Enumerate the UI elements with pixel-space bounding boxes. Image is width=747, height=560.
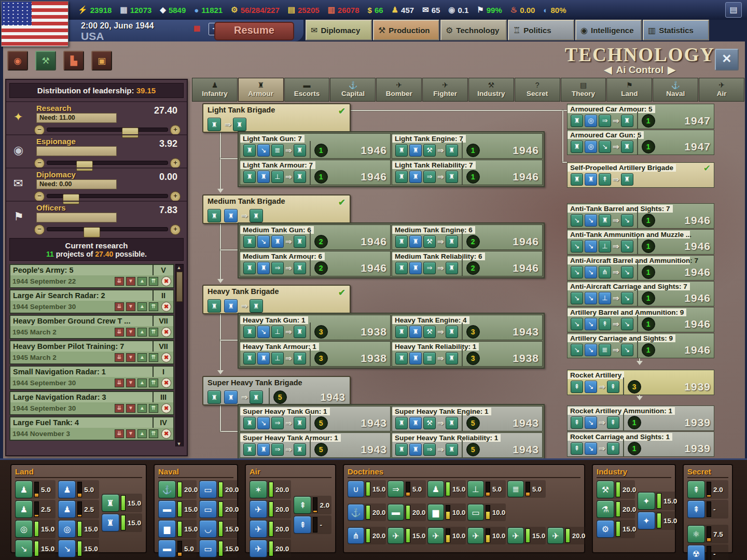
tech-level-item[interactable]: ⚓20.0 [348,503,386,521]
tech-level-item[interactable]: ⚛7.5 [687,525,728,543]
tab-production[interactable]: ⚒ Production [373,20,439,40]
move-top-button[interactable]: ⇈ [149,277,158,286]
tech-tab-fighter[interactable]: ✈ Fighter [422,78,468,102]
tech-level-item[interactable]: ⋔20.0 [348,527,386,544]
tech-level-item[interactable]: ≣5.0 [507,480,546,498]
tech-level-item[interactable]: ✈20.0 [250,520,291,538]
tech-tab-armour[interactable]: ♜ Armour [238,78,284,102]
move-top-button[interactable]: ⇈ [149,429,158,438]
tech-item[interactable]: Rocket Artillery ⇞↘ ⇒ ⇞ 3 1939 [567,370,714,395]
tech-level-item[interactable]: ✈10.0 [467,527,506,544]
tech-level-item[interactable]: ♜15.0 [102,494,142,512]
supplies-button[interactable]: ▣ [91,51,112,71]
tech-level-item[interactable]: ✶20.0 [250,480,291,499]
tech-item[interactable]: Light Tank Engine: 7 ♜♜⚒ ⇒ ♜ 1 1946 [392,133,543,159]
move-bottom-button[interactable]: ⇊ [115,328,124,337]
production-chart-button[interactable]: ▙ [63,51,84,71]
move-bottom-button[interactable]: ⇊ [115,379,124,387]
leadership-slider[interactable]: − + [36,158,178,166]
move-up-button[interactable]: ▲ [137,328,147,337]
tech-item[interactable]: Medium Tank Armour: 6 ♜♜⇒ ⇒ ♜ 2 1946 [240,251,391,276]
tech-item[interactable]: Light Tank Reliability: 7 ♜♜⇒ ⇒ ♜ 1 1946 [392,160,543,185]
tech-level-item[interactable]: ↘15.0 [15,539,56,558]
tab-politics[interactable]: ♖ Politics [508,20,574,40]
tech-item[interactable]: Heavy Tank Gun: 1 ♜↘⊥ ⇒ ♜ 3 1938 [240,315,391,340]
tech-level-item[interactable]: ▆15.0 [158,520,197,538]
tech-tab-secret[interactable]: ? Secret [515,78,560,102]
tech-level-item[interactable]: ♟5.0 [15,480,56,499]
tech-tab-infantry[interactable]: ♟ Infantry [192,78,238,102]
tech-item[interactable]: Super Heavy Tank Engine: 1 ♜♜⚒ ⇒ ♜ 5 194… [392,406,543,431]
move-down-button[interactable]: ▼ [126,429,135,438]
tech-item[interactable]: Self-Propelled Artillery Brigade✔ ♜♜↟ ⇒ … [567,162,714,188]
tech-item[interactable]: Heavy Tank Engine: 4 ♜♜⚒ ⇒ ♜ 3 1943 [392,315,543,340]
cancel-research-button[interactable]: ✖ [161,353,171,362]
tech-level-item[interactable]: ⚓20.0 [158,480,197,499]
move-top-button[interactable]: ⇈ [149,404,158,413]
move-up-button[interactable]: ▲ [137,353,147,362]
tech-item[interactable]: Super Heavy Tank Gun: 1 ♜↘⇒ ⇒ ♜ 5 1943 [240,406,391,431]
tech-brigade-box[interactable]: Light Tank Brigade✔ ♜ ⇒ ♜ [202,103,351,133]
cancel-research-button[interactable]: ✖ [161,429,171,439]
tech-level-item[interactable]: ∪15.0 [348,480,386,498]
move-down-button[interactable]: ▼ [126,404,135,413]
tech-item[interactable]: Light Tank Gun: 7 ♜↘≣ ⇒ ♜ 1 1946 [240,133,391,159]
tech-item[interactable]: Heavy Tank Reliability: 1 ♜♜≣ ⇒ ♜ 3 1938 [392,341,543,367]
scroll-down-arrow[interactable]: ▼ [176,441,182,446]
tech-tab-escorts[interactable]: ▬ Escorts [284,78,330,102]
resume-button[interactable]: Resume [214,22,294,40]
trade-button[interactable]: ⚒ [35,51,56,71]
tech-level-item[interactable]: ⇒5.0 [388,480,426,498]
cancel-research-button[interactable]: ✖ [161,327,171,337]
tech-tab-air[interactable]: ✈ Air [699,78,744,102]
tech-brigade-box[interactable]: Super Heavy Tank Brigade ♜♜ ⇒ ♜ 5 1943 [202,376,351,405]
tech-level-item[interactable]: ✈20.0 [250,539,291,558]
tech-item[interactable]: Anti-Tank Ammunition and Muzzle ... ↘↘⊥ … [567,229,714,255]
tech-level-item[interactable]: ⚒20.0 [597,480,635,499]
research-item[interactable]: Heavy Bomber Pilot Training: 7 VII 1945 … [9,340,174,365]
tech-level-item[interactable]: ♟5.0 [58,480,99,499]
tech-level-item[interactable]: ♟2.5 [15,500,56,519]
slider-minus-button[interactable]: − [34,158,45,169]
tech-item[interactable]: Medium Tank Engine: 6 ♜♜⚒ ⇒ ♜ 2 1946 [392,225,543,250]
research-item[interactable]: Large Air Search Radar: 2 II 1944 Septem… [9,289,174,314]
tech-level-item[interactable]: ◡15.0 [199,520,238,538]
tab-technology[interactable]: ⚙ Technology [440,20,507,40]
cancel-research-button[interactable]: ✖ [161,276,171,286]
move-up-button[interactable]: ▲ [137,429,147,438]
cancel-research-button[interactable]: ✖ [161,403,171,413]
move-bottom-button[interactable]: ⇊ [115,277,124,286]
tech-level-item[interactable]: ✈10.0 [427,527,466,544]
move-up-button[interactable]: ▲ [137,379,147,387]
tech-level-item[interactable]: ▭20.0 [199,480,238,499]
slider-handle[interactable] [84,227,100,237]
close-button[interactable]: ✕ [715,49,739,71]
tech-item[interactable]: Artillery Carriage and Sights: 9 ↘↘≣ ⇒ ↘… [567,333,714,358]
research-item[interactable]: Small Navigation Radar: 1 I 1944 Septemb… [9,366,174,390]
broadcast-button[interactable]: ◉ [7,51,28,71]
move-up-button[interactable]: ▲ [137,277,147,286]
research-scrollbar[interactable]: ▲ ▼ [175,264,184,446]
tech-tab-naval[interactable]: ⚓ Naval [653,78,698,102]
tech-level-item[interactable]: ⇞2.0 [687,480,728,499]
cancel-research-button[interactable]: ✖ [161,302,171,312]
tech-level-item[interactable]: ✈15.0 [388,527,426,544]
tech-level-item[interactable]: ✈20.0 [250,500,291,519]
tech-item[interactable]: Medium Tank Gun: 6 ♜↘♜ ⇒ ♜ 2 1946 [240,225,391,250]
slider-plus-button[interactable]: + [170,191,181,202]
scroll-handle[interactable] [176,272,183,302]
slider-minus-button[interactable]: − [34,125,45,135]
slider-track[interactable] [47,128,168,132]
tech-level-item[interactable]: ♟2.5 [58,500,99,519]
move-top-button[interactable]: ⇈ [149,379,158,387]
move-down-button[interactable]: ▼ [126,328,135,337]
move-down-button[interactable]: ▼ [126,379,135,387]
tab-statistics[interactable]: ▥ Statistics [643,20,709,40]
slider-plus-button[interactable]: + [170,225,181,235]
tech-level-item[interactable]: ▭10.0 [467,503,506,521]
tech-level-item[interactable]: ▬20.0 [388,503,426,521]
move-down-button[interactable]: ▼ [126,302,135,311]
leadership-slider[interactable]: − + [36,125,178,133]
tech-item[interactable]: Anti-Aircraft Barrel and Ammunition: 7 ↘… [567,255,714,281]
move-bottom-button[interactable]: ⇊ [115,353,124,362]
